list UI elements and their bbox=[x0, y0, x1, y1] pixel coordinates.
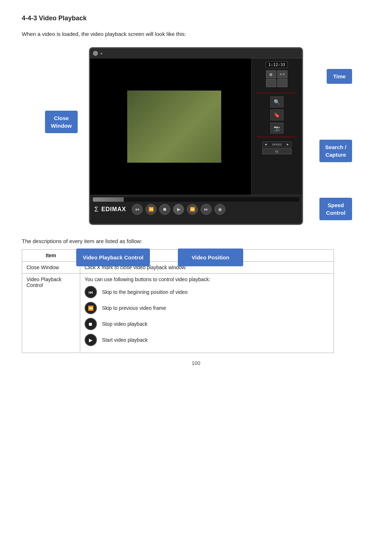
callout-search-capture: Search /Capture bbox=[319, 140, 352, 162]
speed-control-area: ◄SPEED► x1 bbox=[262, 141, 291, 154]
video-thumbnail bbox=[127, 90, 221, 163]
callout-close-window: CloseWindow bbox=[45, 111, 78, 133]
video-area bbox=[90, 58, 258, 195]
label-prev-frame: Skip to previous video frame bbox=[102, 305, 166, 311]
callout-video-position: Video Position bbox=[178, 249, 243, 266]
speed-bar[interactable]: ◄SPEED► bbox=[262, 141, 291, 147]
diagram-wrapper: CloseWindow ● 1:12:33 ▦ ✕✕ bbox=[40, 47, 352, 225]
icon-row-play: ▶ Start video playback bbox=[85, 334, 329, 346]
grid-buttons: ▦ ✕✕ bbox=[266, 70, 288, 87]
search-btn[interactable]: 🔍 bbox=[270, 97, 283, 107]
speed-x1: x1 bbox=[262, 148, 291, 154]
progress-fill bbox=[93, 197, 124, 202]
table-cell-item-close: Close Window bbox=[22, 262, 80, 274]
player-titlebar: ● bbox=[90, 48, 302, 58]
callout-video-playback-control: Video Playback Control bbox=[76, 249, 150, 266]
camera-btn[interactable]: 📷 bbox=[270, 123, 283, 134]
prev-frame-btn[interactable]: ⏪ bbox=[146, 204, 156, 215]
skip-end-btn[interactable]: ⏭ bbox=[201, 204, 212, 215]
next-frame-btn[interactable]: ⏩ bbox=[187, 204, 198, 215]
bottom-bar: Σ EDIMAX ⏮ ⏪ ⏹ ▶ ⏩ ⏭ ◉ bbox=[90, 195, 302, 224]
page-number: 100 bbox=[22, 360, 370, 366]
brand-sigma: Σ bbox=[94, 206, 98, 213]
progress-bar[interactable] bbox=[93, 197, 299, 202]
callout-time: Time bbox=[327, 69, 352, 84]
callout-speed-control: SpeedControl bbox=[319, 198, 352, 220]
brand-name: EDIMAX bbox=[101, 206, 126, 213]
table-row-video-playback: Video PlaybackControl You can use follow… bbox=[22, 274, 334, 353]
playback-desc-text: You can use following buttons to control… bbox=[85, 276, 211, 282]
icon-row-skip-start: ⏮ Skip to the beginning position of vide… bbox=[85, 286, 329, 298]
divider-2 bbox=[257, 137, 297, 137]
divider-1 bbox=[257, 93, 297, 93]
intro-paragraph: When a video is loaded, the video playba… bbox=[22, 31, 370, 37]
grid-btn-3[interactable] bbox=[266, 79, 276, 87]
skip-start-btn[interactable]: ⏮ bbox=[132, 204, 143, 215]
page-title: 4-4-3 Video Playback bbox=[22, 15, 370, 22]
bookmark-btn[interactable]: 🔖 bbox=[270, 110, 283, 120]
icon-row-stop: ⏹ Stop video playback bbox=[85, 318, 329, 330]
time-display: 1:12:33 bbox=[266, 61, 287, 68]
grid-btn-2[interactable]: ✕✕ bbox=[277, 70, 287, 78]
label-stop: Stop video playback bbox=[102, 321, 147, 327]
descriptions-intro: The descriptions of every item are liste… bbox=[22, 238, 370, 244]
video-player: ● 1:12:33 ▦ ✕✕ 🔍 🔖 📷 bbox=[89, 47, 303, 225]
icon-prev-frame: ⏪ bbox=[85, 302, 97, 314]
titlebar-close-btn[interactable] bbox=[93, 51, 98, 56]
stop-btn[interactable]: ⏹ bbox=[159, 204, 170, 215]
extra-btn[interactable]: ◉ bbox=[215, 204, 225, 215]
label-play: Start video playback bbox=[102, 337, 148, 343]
play-btn[interactable]: ▶ bbox=[173, 204, 184, 215]
grid-btn-1[interactable]: ▦ bbox=[266, 70, 276, 78]
table-header-item: Item bbox=[22, 250, 80, 262]
controls-row: Σ EDIMAX ⏮ ⏪ ⏹ ▶ ⏩ ⏭ ◉ bbox=[90, 202, 302, 216]
right-panel: 1:12:33 ▦ ✕✕ 🔍 🔖 📷 ◄SPEED► x1 bbox=[251, 58, 302, 195]
icon-play: ▶ bbox=[85, 334, 97, 346]
icon-row-prev-frame: ⏪ Skip to previous video frame bbox=[85, 302, 329, 314]
table-cell-item-playback: Video PlaybackControl bbox=[22, 274, 80, 353]
icon-stop: ⏹ bbox=[85, 318, 97, 330]
table-cell-desc-playback: You can use following buttons to control… bbox=[80, 274, 334, 353]
label-skip-start: Skip to the beginning position of video bbox=[102, 289, 188, 295]
icon-skip-start: ⏮ bbox=[85, 286, 97, 298]
grid-btn-4[interactable] bbox=[277, 79, 287, 87]
